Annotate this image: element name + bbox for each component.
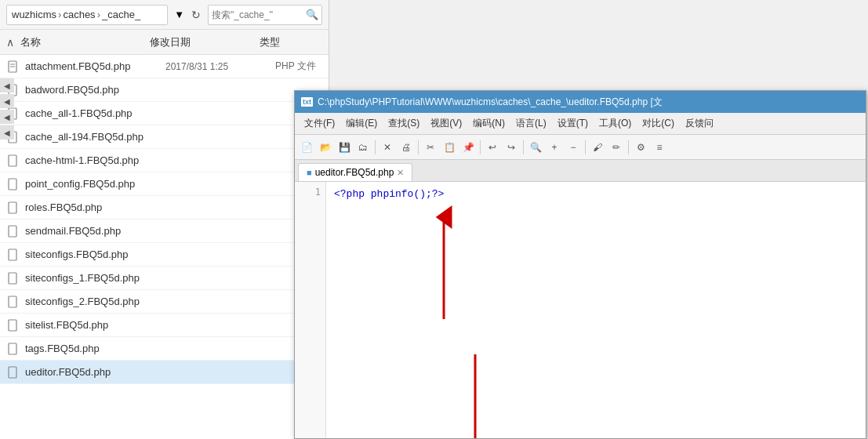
list-item[interactable]: sitelist.FBQ5d.php xyxy=(0,314,329,337)
file-list: badword.FBQ5d.php cache_all-1.FBQ5d.php … xyxy=(0,78,329,439)
menu-edit[interactable]: 编辑(E) xyxy=(341,114,382,132)
menu-file[interactable]: 文件(F) xyxy=(300,114,340,132)
toolbar-separator xyxy=(523,140,524,154)
line-numbers: 1 xyxy=(295,182,326,438)
list-item[interactable]: tags.FBQ5d.php xyxy=(0,337,329,361)
code-area[interactable]: 1 <?php phpinfo();?> xyxy=(295,182,866,438)
editor-tab-active[interactable]: ■ ueditor.FBQ5d.php ✕ xyxy=(298,163,412,181)
toolbar-redo[interactable]: ↪ xyxy=(503,139,520,156)
file-name: cache-html-1.FBQ5d.php xyxy=(25,154,322,166)
list-item[interactable]: cache-html-1.FBQ5d.php xyxy=(0,149,329,172)
file-list-header: ∧ 名称 修改日期 类型 xyxy=(0,30,329,55)
breadcrumb-part2: caches xyxy=(63,9,95,20)
address-bar: wuzhicms › caches › _cache_ ▼ ↻ 🔍 xyxy=(0,0,329,30)
file-name: siteconfigs.FBQ5d.php xyxy=(25,249,322,260)
refresh-button[interactable]: ↻ xyxy=(187,6,205,24)
menu-feedback[interactable]: 反馈问 xyxy=(681,114,718,132)
file-icon xyxy=(6,201,20,215)
svg-rect-11 xyxy=(9,273,16,284)
toolbar-separator xyxy=(628,140,629,154)
search-box: 🔍 xyxy=(208,5,322,25)
list-item[interactable]: point_config.FBQ5d.php xyxy=(0,172,329,196)
file-icon xyxy=(6,318,20,332)
file-name: ueditor.FBQ5d.php xyxy=(25,366,322,378)
list-item[interactable]: sendmail.FBQ5d.php xyxy=(0,220,329,243)
file-name: tags.FBQ5d.php xyxy=(25,343,322,354)
file-icon xyxy=(6,60,20,74)
toolbar-brush[interactable]: 🖌 xyxy=(589,139,606,156)
menu-encode[interactable]: 编码(N) xyxy=(468,114,510,132)
toolbar-cut[interactable]: ✂ xyxy=(422,139,439,156)
dropdown-arrow-icon[interactable]: ▼ xyxy=(174,9,184,20)
svg-rect-7 xyxy=(9,179,16,190)
svg-rect-8 xyxy=(9,202,16,213)
editor-tabs: ■ ueditor.FBQ5d.php ✕ xyxy=(295,160,866,182)
file-explorer: wuzhicms › caches › _cache_ ▼ ↻ 🔍 ∧ 名称 修… xyxy=(0,0,329,439)
svg-rect-9 xyxy=(9,226,16,237)
search-icon: 🔍 xyxy=(306,9,318,20)
toolbar-paste[interactable]: 📌 xyxy=(459,139,477,156)
file-icon xyxy=(6,248,20,262)
pin-item[interactable]: ◀ xyxy=(0,94,14,108)
search-input[interactable] xyxy=(212,9,306,20)
file-icon xyxy=(6,271,20,285)
toolbar-save[interactable]: 💾 xyxy=(336,139,353,156)
file-name: roles.FBQ5d.php xyxy=(25,201,322,213)
list-item[interactable]: badword.FBQ5d.php xyxy=(0,78,329,102)
list-item[interactable]: roles.FBQ5d.php xyxy=(0,196,329,220)
list-item[interactable]: siteconfigs_2.FBQ5d.php xyxy=(0,290,329,314)
file-name: sendmail.FBQ5d.php xyxy=(25,225,322,237)
col-name-header: 名称 xyxy=(20,35,150,49)
list-item[interactable]: cache_all-194.FBQ5d.php xyxy=(0,125,329,149)
tab-file-icon: ■ xyxy=(307,168,312,177)
toolbar-close[interactable]: ✕ xyxy=(379,139,396,156)
code-line-1: <?php phpinfo();?> xyxy=(334,188,444,200)
menu-view[interactable]: 视图(V) xyxy=(426,114,467,132)
list-item[interactable]: cache_all-1.FBQ5d.php xyxy=(0,102,329,125)
file-name: attachment.FBQ5d.php xyxy=(25,60,165,72)
editor-menubar: 文件(F) 编辑(E) 查找(S) 视图(V) 编码(N) 语言(L) 设置(T… xyxy=(295,113,866,135)
toolbar-copy[interactable]: 📋 xyxy=(441,139,458,156)
file-name: sitelist.FBQ5d.php xyxy=(25,319,322,331)
menu-tools[interactable]: 工具(O) xyxy=(594,114,636,132)
breadcrumb-part1: wuzhicms xyxy=(12,9,56,20)
file-item-attachment[interactable]: attachment.FBQ5d.php 2017/8/31 1:25 PHP … xyxy=(0,55,329,78)
menu-compare[interactable]: 对比(C) xyxy=(637,114,679,132)
toolbar-find[interactable]: 🔍 xyxy=(527,139,544,156)
list-item-selected[interactable]: ueditor.FBQ5d.php xyxy=(0,361,329,384)
tab-name: ueditor.FBQ5d.php xyxy=(315,167,394,178)
editor-title: C:\phpStudy\PHPTutorial\WWW\wuzhicms\cac… xyxy=(318,96,859,109)
svg-rect-10 xyxy=(9,249,16,260)
svg-rect-13 xyxy=(9,320,16,331)
toolbar-zoom-out[interactable]: − xyxy=(565,139,582,156)
toolbar-print[interactable]: 🖨 xyxy=(398,139,415,156)
breadcrumb-part3: _cache_ xyxy=(102,9,140,20)
file-name: siteconfigs_1.FBQ5d.php xyxy=(25,272,322,284)
menu-settings[interactable]: 设置(T) xyxy=(553,114,593,132)
file-date: 2017/8/31 1:25 xyxy=(165,61,275,72)
toolbar-zoom-in[interactable]: + xyxy=(546,139,563,156)
toolbar-settings[interactable]: ⚙ xyxy=(632,139,649,156)
pin-item[interactable]: ◀ xyxy=(0,78,14,93)
code-content[interactable]: <?php phpinfo();?> xyxy=(326,182,866,438)
menu-language[interactable]: 语言(L) xyxy=(511,114,551,132)
pin-item[interactable]: ◀ xyxy=(0,125,14,140)
col-type-header: 类型 xyxy=(260,35,322,49)
list-item[interactable]: siteconfigs.FBQ5d.php xyxy=(0,243,329,267)
toolbar-save-all[interactable]: 🗂 xyxy=(354,139,372,156)
toolbar-new[interactable]: 📄 xyxy=(298,139,315,156)
file-name: cache_all-1.FBQ5d.php xyxy=(25,107,322,119)
svg-rect-12 xyxy=(9,296,16,307)
file-name: siteconfigs_2.FBQ5d.php xyxy=(25,296,322,307)
list-item[interactable]: siteconfigs_1.FBQ5d.php xyxy=(0,267,329,290)
toolbar-open[interactable]: 📂 xyxy=(317,139,334,156)
collapse-icon[interactable]: ∧ xyxy=(6,36,14,49)
toolbar-undo[interactable]: ↩ xyxy=(484,139,501,156)
pin-item[interactable]: ◀ xyxy=(0,110,14,124)
menu-find[interactable]: 查找(S) xyxy=(383,114,424,132)
breadcrumb[interactable]: wuzhicms › caches › _cache_ xyxy=(6,5,168,25)
tab-close-button[interactable]: ✕ xyxy=(397,168,404,178)
toolbar-pencil[interactable]: ✏ xyxy=(608,139,625,156)
toolbar-more[interactable]: ≡ xyxy=(651,139,668,156)
file-icon xyxy=(6,154,20,168)
